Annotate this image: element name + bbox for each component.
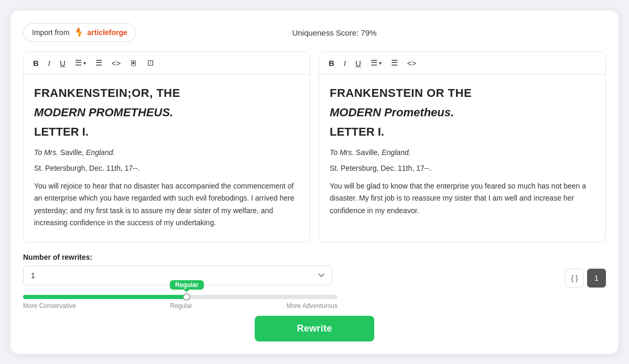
right-salutation-mrs: To Mrs. <box>330 148 354 157</box>
dropdown-arrow-icon: ▾ <box>83 60 86 66</box>
right-date: St. Petersburg, Dec. 11th, 17--. <box>330 162 595 174</box>
left-body: You will rejoice to hear that no disaste… <box>34 180 299 228</box>
slider-label-left: More Conservative <box>23 302 76 310</box>
editors-row: B I U ☰ ▾ ☰ <> ⛨ ⊡ FRANKENSTEIN;OR, THE … <box>23 51 606 242</box>
right-list-dropdown-button[interactable]: ☰ ▾ <box>368 57 384 69</box>
left-shield-button[interactable]: ⛨ <box>128 58 140 69</box>
rewrite-btn-row: Rewrite <box>23 316 606 341</box>
right-title2: MODERN Prometheus. <box>330 103 595 122</box>
controls-row: Number of rewrites: 1 2 3 4 5 Regular Mo… <box>23 253 606 310</box>
controls-right: { } 1 <box>565 269 606 288</box>
uniqueness-score: Uniqueness Score: 79% <box>292 28 376 37</box>
right-dropdown-arrow-icon: ▾ <box>379 60 382 66</box>
slider-container: Regular More Conservative Regular More A… <box>23 295 338 310</box>
right-editor: B I U ☰ ▾ ☰ <> FRANKENSTEIN OR THE MODER… <box>319 51 606 242</box>
left-salutation-mrs: To Mrs. <box>34 148 58 157</box>
left-editor: B I U ☰ ▾ ☰ <> ⛨ ⊡ FRANKENSTEIN;OR, THE … <box>23 51 310 242</box>
right-salutation: To Mrs. Saville, England. <box>330 147 595 158</box>
slider-label-middle: Regular <box>170 302 192 310</box>
left-ordered-list-button[interactable]: ☰ <box>93 57 104 69</box>
slider-label-right: More Adventurous <box>287 302 338 310</box>
top-bar: Import from articleforge Uniqueness Scor… <box>23 23 606 42</box>
left-code-button[interactable]: <> <box>110 58 123 69</box>
rewrites-label: Number of rewrites: <box>23 253 338 261</box>
right-letter: LETTER I. <box>330 123 595 141</box>
list-dropdown-icon: ☰ <box>75 58 82 68</box>
left-editor-content[interactable]: FRANKENSTEIN;OR, THE MODERN PROMETHEUS. … <box>24 74 310 242</box>
left-image-button[interactable]: ⊡ <box>145 57 156 69</box>
brand-name: articleforge <box>88 28 127 37</box>
left-salutation: To Mrs. Saville, England. <box>34 147 299 158</box>
right-toolbar: B I U ☰ ▾ ☰ <> <box>319 52 605 74</box>
right-list-dropdown-icon: ☰ <box>371 58 377 68</box>
left-date: St. Petersburgh, Dec. 11th, 17--. <box>34 162 299 174</box>
left-title1: FRANKENSTEIN;OR, THE <box>34 84 299 102</box>
left-toolbar: B I U ☰ ▾ ☰ <> ⛨ ⊡ <box>24 52 310 74</box>
import-label: Import from <box>32 28 70 37</box>
right-ordered-list-button[interactable]: ☰ <box>389 57 400 69</box>
left-salutation-england: England. <box>86 148 115 157</box>
left-bold-button[interactable]: B <box>31 58 41 69</box>
slider-fill <box>23 295 187 299</box>
slider-bubble-label: Regular <box>170 280 204 290</box>
controls-left: Number of rewrites: 1 2 3 4 5 Regular Mo… <box>23 253 338 310</box>
right-italic-button[interactable]: I <box>342 58 348 69</box>
import-button[interactable]: Import from articleforge <box>23 23 136 42</box>
right-bold-button[interactable]: B <box>327 58 337 69</box>
slider-labels: More Conservative Regular More Adventuro… <box>23 302 338 310</box>
left-letter: LETTER I. <box>34 123 299 141</box>
main-container: Import from articleforge Uniqueness Scor… <box>10 10 619 354</box>
json-view-button[interactable]: { } <box>565 269 584 288</box>
left-list-dropdown-button[interactable]: ☰ ▾ <box>73 57 88 69</box>
right-salutation-england: England. <box>382 148 410 157</box>
rewrite-button[interactable]: Rewrite <box>255 316 374 341</box>
right-editor-content[interactable]: FRANKENSTEIN OR THE MODERN Prometheus. L… <box>319 74 605 242</box>
right-title1: FRANKENSTEIN OR THE <box>330 84 595 102</box>
right-body: You will be glad to know that the enterp… <box>330 180 595 216</box>
slider-track <box>23 295 338 299</box>
left-underline-button[interactable]: U <box>58 58 68 69</box>
slider-thumb[interactable] <box>183 293 190 301</box>
right-title2-italic: MODERN Prometheus. <box>330 106 454 119</box>
right-code-button[interactable]: <> <box>405 58 419 69</box>
left-italic-button[interactable]: I <box>46 58 52 69</box>
right-underline-button[interactable]: U <box>353 58 363 69</box>
page-1-button[interactable]: 1 <box>587 269 606 288</box>
left-title2: MODERN PROMETHEUS. <box>34 103 299 122</box>
articleforge-logo-icon <box>73 27 84 38</box>
